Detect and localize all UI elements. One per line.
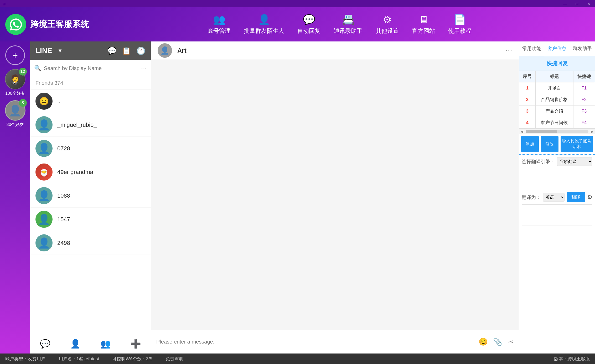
- translate-section: 选择翻译引擎： 谷歌翻译 百度翻译 有道翻译 翻译为： 英语 中文: [519, 154, 595, 229]
- chat-icon[interactable]: 💬: [107, 46, 117, 55]
- nav-site-icon: 🖥: [418, 14, 428, 25]
- nav-official-site[interactable]: 🖥 官方网站: [412, 14, 435, 35]
- translate-button[interactable]: 翻译: [567, 192, 585, 202]
- tab-common-features[interactable]: 常用功能: [519, 41, 544, 56]
- translate-input[interactable]: [522, 168, 592, 189]
- quickreply-scrollbar[interactable]: ◀ ▶: [519, 129, 595, 134]
- friend-item[interactable]: 🎅 49er grandma: [30, 160, 151, 184]
- nav-settings[interactable]: ⚙ 其他设置: [376, 14, 399, 35]
- shortcut-cell: F2: [573, 94, 595, 105]
- account-type-status: 账户类型：收费用户: [5, 356, 45, 362]
- translate-engine-select[interactable]: 谷歌翻译 百度翻译 有道翻译: [557, 157, 592, 166]
- search-input[interactable]: [44, 65, 138, 71]
- quickreply-table: 序号 标题 快捷键 1 开场白 F1 2 产品销售价格 F2 3 产品介绍 F3: [519, 71, 595, 129]
- translate-settings-button[interactable]: ⚙: [587, 194, 592, 201]
- nav-tutorial[interactable]: 📄 使用教程: [448, 14, 471, 35]
- friend-item[interactable]: 😐 ..: [30, 89, 151, 113]
- search-icon: 🔍: [34, 65, 41, 72]
- friend-item[interactable]: 👤 2498: [30, 231, 151, 255]
- platform-label: LINE: [35, 46, 52, 55]
- quickreply-title: 快捷回复: [519, 56, 595, 71]
- person-icon: 👤: [38, 143, 50, 154]
- chat-area: 👤 Art ⋯ 😊 📎 ✂: [151, 41, 519, 354]
- translate-result[interactable]: [522, 204, 592, 225]
- quickreply-row[interactable]: 3 产品介绍 F3: [519, 105, 595, 117]
- nav-batch-send[interactable]: 👤 批量群发陌生人: [244, 14, 284, 35]
- friend-avatar: 😐: [35, 93, 53, 110]
- nav-contacts-label: 通讯录助手: [334, 27, 363, 35]
- friend-item[interactable]: 👤 0728: [30, 137, 151, 160]
- list-icon[interactable]: 📋: [122, 46, 131, 55]
- attachment-button[interactable]: 📎: [493, 337, 502, 346]
- right-panel-tabs: 常用功能 客户信息 群发助手: [519, 41, 595, 56]
- logo: 跨境王客服系统: [5, 14, 89, 35]
- wa-count-label: 可控制WA个数：3/5: [112, 356, 152, 362]
- person-icon: 👤: [38, 119, 50, 131]
- more-options-icon[interactable]: ⋯: [141, 65, 147, 72]
- import-quickreply-button[interactable]: 导入其他子账号话术: [561, 136, 593, 152]
- seq-cell: 1: [519, 82, 536, 94]
- right-panel-actions: 添加 修改 导入其他子账号话术: [519, 134, 595, 154]
- friend-name: _miguel_rubio_: [57, 122, 97, 128]
- emoji-button[interactable]: 😊: [479, 337, 488, 346]
- chat-avatar: 👤: [158, 43, 172, 58]
- chat-more-button[interactable]: ⋯: [505, 46, 512, 55]
- minimize-button[interactable]: —: [559, 0, 571, 7]
- nav-tutorial-icon: 📄: [454, 14, 466, 25]
- username-label: 用户名：1@kefutest: [59, 356, 99, 362]
- friend-avatar: 👤: [35, 187, 53, 204]
- nav-contacts-icon: 📇: [342, 14, 354, 25]
- friends-list: 😐 .. 👤 _miguel_rubio_ 👤: [30, 89, 151, 334]
- add-quickreply-button[interactable]: 添加: [521, 136, 539, 152]
- tab-customer-info[interactable]: 客户信息: [544, 41, 570, 56]
- nav-site-label: 官方网站: [412, 27, 435, 35]
- col-title: 标题: [535, 71, 573, 82]
- account-type-label: 账户类型：收费用户: [5, 356, 45, 362]
- titlebar: ⊞ — □ ✕: [0, 0, 595, 7]
- translate-lang-select[interactable]: 英语 中文 日语 韩语: [543, 193, 565, 202]
- sidebar-account-1[interactable]: 🤵 12 100个好友: [5, 69, 25, 96]
- nav-auto-reply[interactable]: 💬 自动回复: [297, 14, 320, 35]
- title-cell: 开场白: [535, 82, 573, 94]
- nav-settings-icon: ⚙: [383, 14, 392, 25]
- chat-input-area: 😊 📎 ✂: [151, 330, 519, 354]
- crop-button[interactable]: ✂: [508, 337, 514, 346]
- friend-item[interactable]: 👤 1547: [30, 208, 151, 231]
- sidebar-account-2[interactable]: 👤 8 30个好友: [5, 100, 25, 128]
- scroll-right-arrow[interactable]: ▶: [591, 129, 594, 134]
- tab-add-contact[interactable]: ➕: [128, 336, 144, 351]
- nav: 👥 账号管理 👤 批量群发陌生人 💬 自动回复 📇 通讯录助手 ⚙ 其他设置 🖥: [89, 14, 590, 35]
- close-button[interactable]: ✕: [583, 0, 595, 7]
- clock-icon[interactable]: 🕐: [136, 46, 146, 55]
- nav-account-mgmt[interactable]: 👥 账号管理: [208, 14, 231, 35]
- header: 跨境王客服系统 👥 账号管理 👤 批量群发陌生人 💬 自动回复 📇 通讯录助手 …: [0, 7, 595, 41]
- maximize-button[interactable]: □: [571, 0, 583, 7]
- add-account-button[interactable]: +: [5, 45, 25, 65]
- nav-settings-label: 其他设置: [376, 27, 399, 35]
- friend-item[interactable]: 👤 1088: [30, 184, 151, 208]
- edit-quickreply-button[interactable]: 修改: [541, 136, 558, 152]
- tab-group[interactable]: 👥: [98, 336, 113, 351]
- tab-group-send[interactable]: 群发助手: [570, 41, 595, 56]
- quickreply-row[interactable]: 2 产品销售价格 F2: [519, 94, 595, 105]
- platform-dropdown-icon[interactable]: ▼: [58, 48, 63, 54]
- nav-contacts[interactable]: 📇 通讯录助手: [334, 14, 363, 35]
- nav-auto-reply-label: 自动回复: [297, 27, 320, 35]
- chat-input[interactable]: [156, 339, 475, 345]
- col-shortcut: 快捷键: [573, 71, 595, 82]
- version-status: 版本：跨境王客服: [554, 356, 590, 362]
- nav-account-icon: 👥: [213, 14, 225, 25]
- quickreply-row[interactable]: 1 开场白 F1: [519, 82, 595, 94]
- friends-tabs: 💬 👤 👥 ➕: [30, 334, 151, 354]
- account-badge-2: 8: [19, 99, 27, 107]
- disclaimer-status[interactable]: 免责声明: [165, 356, 183, 362]
- chat-header: 👤 Art ⋯: [151, 41, 519, 60]
- quickreply-row[interactable]: 4 客户节日问候 F4: [519, 117, 595, 129]
- scroll-left-arrow[interactable]: ◀: [520, 129, 523, 134]
- tab-chat[interactable]: 💬: [37, 336, 53, 351]
- friend-name: 1088: [57, 192, 70, 199]
- seq-cell: 3: [519, 105, 536, 117]
- friend-item[interactable]: 👤 _miguel_rubio_: [30, 113, 151, 137]
- shortcut-cell: F4: [573, 117, 595, 129]
- tab-contacts[interactable]: 👤: [68, 336, 83, 351]
